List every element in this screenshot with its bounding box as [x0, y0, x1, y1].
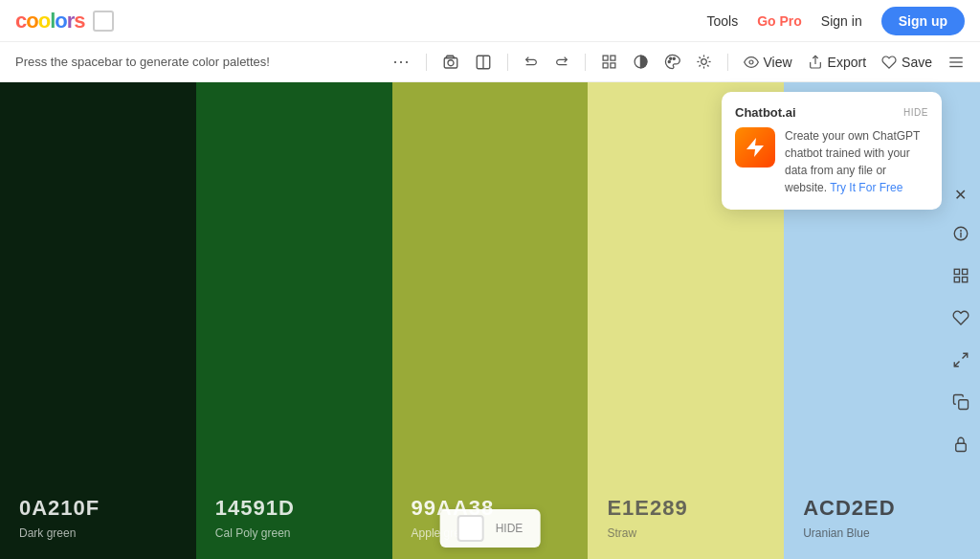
svg-rect-4 — [603, 56, 608, 60]
tools-link[interactable]: Tools — [707, 13, 739, 29]
divider4 — [727, 54, 728, 71]
contrast-icon[interactable] — [633, 54, 649, 70]
hex-3: E1E289 — [607, 496, 765, 521]
logo-square — [93, 11, 114, 32]
svg-point-0 — [448, 59, 454, 65]
svg-point-21 — [749, 60, 753, 64]
menu-icon[interactable] — [947, 54, 965, 71]
hex-0: 0A210F — [19, 496, 177, 521]
signup-button[interactable]: Sign up — [881, 7, 965, 35]
expand-icon[interactable] — [952, 351, 969, 372]
color-swatch-1[interactable]: 14591D Cal Poly green — [196, 82, 392, 559]
svg-rect-36 — [956, 443, 967, 451]
svg-rect-7 — [610, 63, 614, 68]
name-3: Straw — [607, 526, 765, 540]
more-options-icon[interactable]: ··· — [393, 52, 411, 72]
undo-icon[interactable] — [523, 55, 539, 70]
name-1: Cal Poly green — [215, 526, 373, 540]
lock-icon[interactable] — [952, 436, 969, 457]
svg-marker-37 — [746, 138, 764, 157]
sun-icon[interactable] — [696, 54, 712, 70]
camera-icon[interactable] — [442, 54, 459, 71]
copy-icon[interactable] — [952, 393, 969, 414]
save-button[interactable]: Save — [881, 55, 932, 70]
hide-label[interactable]: HIDE — [496, 522, 523, 535]
svg-point-12 — [701, 59, 706, 65]
svg-line-18 — [707, 65, 708, 66]
chatbot-popup: Chatbot.ai HIDE Create your own ChatGPT … — [722, 92, 942, 210]
split-view-icon[interactable] — [475, 54, 492, 71]
top-nav: coolors Tools Go Pro Sign in Sign up — [0, 0, 980, 42]
svg-point-9 — [668, 60, 670, 62]
svg-line-17 — [699, 56, 700, 57]
divider1 — [426, 54, 427, 71]
toolbar-right: ··· View — [393, 52, 966, 72]
nav-left: coolors — [15, 9, 114, 34]
svg-line-33 — [962, 353, 967, 358]
grid-icon[interactable] — [601, 54, 617, 70]
svg-point-10 — [669, 57, 671, 59]
favorite-icon[interactable] — [952, 309, 969, 330]
signin-button[interactable]: Sign in — [821, 13, 862, 29]
hex-1: 14591D — [215, 496, 373, 521]
color-preview — [457, 515, 484, 542]
chatbot-header: Chatbot.ai HIDE — [735, 105, 928, 120]
side-icons: ✕ — [942, 82, 980, 559]
svg-rect-32 — [962, 277, 967, 281]
grid-view-icon[interactable] — [952, 267, 969, 288]
palette-container: 0A210F Dark green 14591D Cal Poly green … — [0, 82, 980, 559]
divider3 — [585, 54, 586, 71]
info-icon[interactable] — [952, 225, 969, 246]
svg-rect-35 — [959, 399, 969, 409]
hex-4: ACD2ED — [803, 496, 961, 521]
chatbot-description: Create your own ChatGPT chatbot trained … — [785, 127, 928, 196]
color-swatch-2[interactable]: 99AA38 Apple green HIDE — [392, 82, 589, 559]
redo-icon[interactable] — [554, 55, 569, 70]
svg-point-11 — [673, 57, 675, 59]
gopro-link[interactable]: Go Pro — [757, 13, 802, 29]
hide-bar[interactable]: HIDE — [440, 509, 541, 548]
svg-line-19 — [707, 56, 708, 57]
svg-rect-30 — [962, 269, 967, 274]
chatbot-cta-link[interactable]: Try It For Free — [830, 181, 902, 194]
chatbot-title: Chatbot.ai — [735, 105, 796, 120]
view-button[interactable]: View — [744, 55, 792, 70]
divider2 — [507, 54, 508, 71]
svg-rect-6 — [603, 63, 608, 68]
toolbar-hint: Press the spacebar to generate color pal… — [15, 55, 270, 69]
logo-text: coolors — [15, 9, 85, 34]
chatbot-hide-button[interactable]: HIDE — [903, 107, 928, 118]
name-0: Dark green — [19, 526, 177, 540]
chatbot-logo — [735, 127, 775, 168]
svg-rect-29 — [954, 269, 959, 274]
logo[interactable]: coolors — [15, 9, 114, 34]
name-4: Uranian Blue — [803, 526, 961, 540]
svg-rect-5 — [610, 56, 614, 60]
nav-right: Tools Go Pro Sign in Sign up — [707, 7, 966, 35]
toolbar: Press the spacebar to generate color pal… — [0, 42, 980, 82]
svg-rect-31 — [954, 277, 959, 281]
svg-line-34 — [954, 361, 959, 366]
chatbot-body: Create your own ChatGPT chatbot trained … — [735, 127, 928, 196]
export-button[interactable]: Export — [808, 55, 866, 70]
svg-line-20 — [699, 65, 700, 66]
palette-icon[interactable] — [664, 54, 680, 70]
close-icon[interactable]: ✕ — [954, 186, 967, 204]
color-swatch-0[interactable]: 0A210F Dark green — [0, 82, 196, 559]
